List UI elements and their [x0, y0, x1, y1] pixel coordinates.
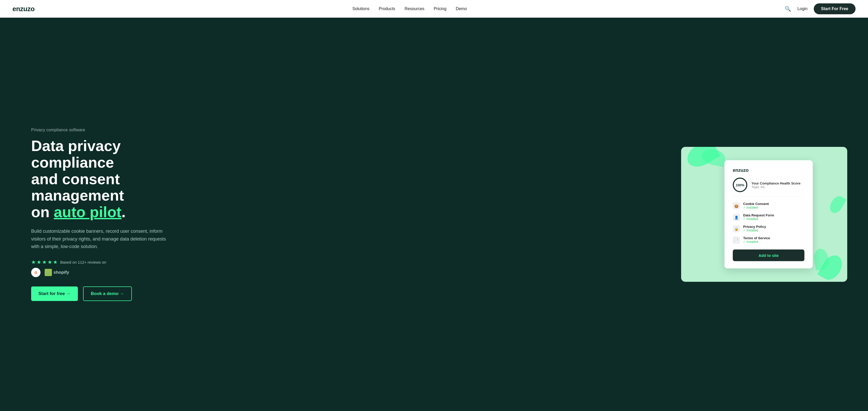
tos-status: ✓ Installed — [743, 240, 770, 244]
nav-demo[interactable]: Demo — [456, 6, 467, 11]
star-2: ★ — [37, 259, 41, 265]
tos-content: Terms of Service ✓ Installed — [743, 236, 770, 244]
add-to-site-button[interactable]: Add to site — [733, 250, 804, 261]
login-link[interactable]: Login — [797, 6, 808, 11]
score-sub: Toppi, Inc. — [751, 185, 801, 189]
hero-buttons: Start for free → Book a demo → — [31, 286, 187, 301]
score-info: Your Compliance Health Score Toppi, Inc. — [751, 181, 801, 189]
compliance-item-tos: 📄 Terms of Service ✓ Installed — [733, 236, 804, 244]
privacy-policy-content: Privacy Policy ✓ Installed — [743, 225, 766, 232]
privacy-policy-icon: 🔒 — [733, 225, 740, 232]
check-icon-cookie: ✓ — [743, 206, 745, 209]
navbar: enzuzo Solutions Products Resources Pric… — [0, 0, 868, 18]
data-request-status-text: Installed — [746, 217, 758, 221]
compliance-item-privacy-policy: 🔒 Privacy Policy ✓ Installed — [733, 225, 804, 232]
nav-pricing[interactable]: Pricing — [434, 6, 446, 11]
shopify-bag-icon: 🛒 — [44, 269, 52, 276]
data-request-content: Data Request Form ✓ Installed — [743, 213, 774, 221]
check-icon-data-request: ✓ — [743, 217, 745, 221]
cookie-content: Cookie Consent ✓ Installed — [743, 202, 769, 210]
hero-section: Privacy compliance software Data privacy… — [0, 18, 868, 411]
star-1: ★ — [31, 259, 36, 265]
tos-icon: 📄 — [733, 236, 740, 244]
hero-subtext: Build customizable cookie banners, recor… — [31, 227, 166, 251]
shopify-badge: 🛒 shopify — [44, 269, 69, 276]
card-container: enzuzo 100% Your Compliance Health Score… — [681, 147, 847, 282]
book-demo-button[interactable]: Book a demo → — [83, 286, 132, 301]
card-brand: enzuzo — [733, 168, 804, 173]
tos-name: Terms of Service — [743, 236, 770, 240]
hero-reviews: ★ ★ ★ ★ ★ Based on 112+ reviews on — [31, 259, 187, 265]
start-free-button[interactable]: Start for free → — [31, 286, 78, 301]
compliance-item-data-request: 👤 Data Request Form ✓ Installed — [733, 213, 804, 221]
score-title: Your Compliance Health Score — [751, 181, 801, 185]
cookie-icon: 🍪 — [733, 202, 740, 210]
shopify-label: shopify — [54, 270, 69, 275]
nav-products[interactable]: Products — [379, 6, 395, 11]
privacy-policy-status-text: Installed — [746, 229, 758, 232]
data-request-status: ✓ Installed — [743, 217, 774, 221]
start-for-free-button[interactable]: Start For Free — [814, 3, 856, 14]
hero-left: Privacy compliance software Data privacy… — [31, 128, 187, 301]
privacy-policy-status: ✓ Installed — [743, 229, 766, 232]
star-5: ★ — [53, 259, 58, 265]
headline-line3-prefix: on — [31, 203, 54, 220]
leaf-decoration-5 — [827, 194, 846, 215]
check-icon-tos: ✓ — [743, 240, 745, 243]
hero-headline: Data privacy compliance and consent mana… — [31, 137, 187, 220]
data-request-icon: 👤 — [733, 214, 740, 221]
hero-right: enzuzo 100% Your Compliance Health Score… — [681, 147, 847, 282]
cookie-status-text: Installed — [746, 206, 758, 210]
cookie-name: Cookie Consent — [743, 202, 769, 206]
data-request-name: Data Request Form — [743, 213, 774, 217]
tos-status-text: Installed — [746, 240, 758, 244]
headline-line1: Data privacy compliance — [31, 137, 121, 171]
hero-badges: G 🛒 shopify — [31, 268, 187, 277]
nav-right: 🔍 Login Start For Free — [785, 3, 856, 14]
star-rating: ★ ★ ★ ★ ★ — [31, 259, 58, 265]
hero-tag: Privacy compliance software — [31, 128, 187, 132]
score-row: 100% Your Compliance Health Score Toppi,… — [733, 178, 804, 197]
headline-autopilot: auto pilot — [54, 203, 122, 220]
nav-links: Solutions Products Resources Pricing Dem… — [352, 6, 467, 11]
headline-line2: and consent management — [31, 170, 124, 204]
compliance-item-cookie: 🍪 Cookie Consent ✓ Installed — [733, 202, 804, 210]
star-3: ★ — [42, 259, 47, 265]
headline-suffix: . — [122, 203, 126, 220]
logo[interactable]: enzuzo — [12, 5, 34, 13]
check-icon-privacy: ✓ — [743, 229, 745, 232]
cookie-status: ✓ Installed — [743, 206, 769, 210]
score-circle: 100% — [733, 178, 747, 192]
nav-solutions[interactable]: Solutions — [352, 6, 369, 11]
search-icon[interactable]: 🔍 — [785, 6, 791, 12]
compliance-card: enzuzo 100% Your Compliance Health Score… — [724, 160, 813, 268]
privacy-policy-name: Privacy Policy — [743, 225, 766, 229]
star-4: ★ — [48, 259, 52, 265]
review-text: Based on 112+ reviews on — [60, 260, 106, 264]
nav-resources[interactable]: Resources — [404, 6, 424, 11]
g2-badge: G — [31, 268, 40, 277]
